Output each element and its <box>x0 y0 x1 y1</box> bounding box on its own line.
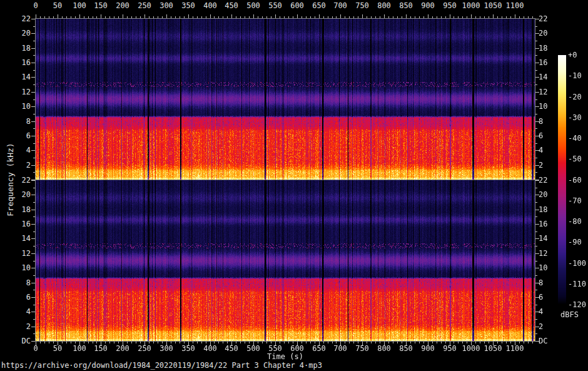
x-tick-bottom <box>153 342 154 343</box>
y-tick-left <box>33 172 35 173</box>
x-tick-top <box>227 16 228 18</box>
x-tick-top <box>532 16 533 18</box>
x-tick-bottom <box>180 342 180 343</box>
x-tick-top <box>258 16 258 18</box>
x-tick-label-bottom: 1050 <box>484 345 502 353</box>
x-tick-bottom <box>193 342 193 343</box>
x-tick-top <box>462 16 463 18</box>
x-tick-label-bottom: 200 <box>116 345 129 353</box>
y-tick-left <box>33 99 35 100</box>
x-tick-top <box>524 16 524 18</box>
x-tick-top <box>328 16 328 18</box>
y-tick-left <box>33 333 35 334</box>
x-tick-bottom <box>227 342 228 343</box>
x-tick-top <box>231 14 232 18</box>
x-tick-top <box>197 16 198 18</box>
x-tick-top <box>480 16 480 18</box>
colorbar-tick-label: -60 <box>568 176 582 185</box>
x-tick-top <box>53 16 54 18</box>
x-tick-bottom <box>467 342 467 343</box>
x-tick-label-top: 200 <box>116 2 129 10</box>
x-tick-top <box>506 16 507 18</box>
y-tick-label-dc-right: DC <box>539 337 564 345</box>
x-tick-label-bottom: 900 <box>421 345 435 353</box>
x-tick-top <box>497 16 498 18</box>
x-tick-label-top: 450 <box>225 2 238 10</box>
x-tick-bottom <box>371 342 372 343</box>
colorbar-tick-label: -30 <box>568 114 582 122</box>
x-tick-bottom <box>423 342 424 343</box>
footer-url: https://archive·org/download/1984_202201… <box>1 362 322 370</box>
y-tick-left <box>33 231 35 232</box>
x-tick-top <box>402 16 402 18</box>
x-tick-top <box>158 16 158 18</box>
colorbar-tick-label: -40 <box>568 135 582 143</box>
x-tick-top <box>201 16 202 18</box>
y-tick-left <box>33 202 35 203</box>
x-tick-label-top: 100 <box>73 2 86 10</box>
x-tick-label-bottom: 750 <box>355 345 369 353</box>
x-tick-top <box>171 16 171 18</box>
y-tick-left <box>33 275 35 276</box>
x-tick-top <box>105 16 106 18</box>
y-tick-left <box>31 195 35 195</box>
y-tick-left <box>33 41 35 41</box>
y-tick-label-left: 18 <box>0 206 31 214</box>
y-tick-label-left: 4 <box>0 146 31 155</box>
x-tick-top <box>445 16 446 18</box>
x-tick-bottom <box>162 342 163 343</box>
x-tick-top <box>193 16 193 18</box>
y-tick-left <box>31 238 35 239</box>
x-tick-bottom <box>332 342 333 343</box>
x-tick-label-bottom: 350 <box>181 345 195 353</box>
x-tick-bottom <box>201 342 202 343</box>
x-tick-top <box>153 16 154 18</box>
y-tick-label-right: 4 <box>539 308 564 316</box>
x-tick-label-bottom: 50 <box>53 345 62 353</box>
x-tick-top <box>114 16 114 18</box>
x-tick-label-bottom: 950 <box>443 345 457 353</box>
x-tick-top <box>297 14 298 18</box>
x-tick-top <box>93 16 93 18</box>
x-tick-bottom <box>284 342 285 343</box>
colorbar-tick-label: -50 <box>568 155 582 163</box>
plot-frame-left <box>35 18 36 342</box>
x-tick-bottom <box>171 342 171 343</box>
x-tick-top <box>423 16 424 18</box>
x-tick-top <box>384 14 385 18</box>
x-tick-label-top: 1100 <box>506 2 524 10</box>
y-tick-left <box>33 158 35 158</box>
x-tick-top <box>375 16 376 18</box>
x-tick-bottom <box>88 342 89 343</box>
y-tick-right <box>535 333 537 334</box>
y-tick-label-left: 10 <box>0 103 31 111</box>
y-tick-label-left: 2 <box>0 161 31 170</box>
x-tick-top <box>458 16 459 18</box>
y-tick-left <box>31 312 35 312</box>
x-tick-top <box>118 16 119 18</box>
y-tick-label-dc-left: DC <box>0 337 31 345</box>
y-tick-left <box>31 268 35 268</box>
y-tick-right <box>535 26 537 27</box>
x-tick-bottom <box>206 342 206 343</box>
y-tick-label-left: 6 <box>0 132 31 140</box>
x-tick-bottom <box>328 342 328 343</box>
y-tick-left <box>31 297 35 298</box>
x-tick-top <box>502 16 502 18</box>
x-tick-top <box>432 16 433 18</box>
x-tick-label-top: 0 <box>33 2 38 10</box>
x-tick-bottom <box>49 342 49 343</box>
y-tick-label-right: 22 <box>539 15 564 23</box>
y-tick-right <box>535 275 537 276</box>
x-tick-top <box>454 16 454 18</box>
x-tick-top <box>323 16 324 18</box>
x-tick-bottom <box>218 342 219 343</box>
x-tick-label-top: 350 <box>181 2 195 10</box>
y-tick-left <box>31 121 35 122</box>
colorbar-tick-label: -70 <box>568 197 582 205</box>
x-tick-top <box>131 16 132 18</box>
x-tick-bottom <box>336 342 337 343</box>
y-tick-left <box>33 84 35 85</box>
spectrogram-figure: Frequency (kHz) 005050100100150150200200… <box>0 0 588 371</box>
y-tick-label-left: 16 <box>0 59 31 67</box>
